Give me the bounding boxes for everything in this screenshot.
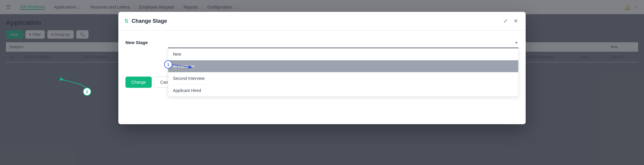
- dropdown-item-applicant-hired[interactable]: Applicant Hired: [168, 85, 518, 96]
- modal-title: Change Stage: [132, 18, 167, 24]
- new-stage-label: New Stage: [125, 38, 161, 45]
- dropdown-item-ai-interview[interactable]: AI Interview: [168, 60, 518, 72]
- form-row: New Stage ▾ New AI Interview Second Inte…: [125, 38, 519, 48]
- stage-icon: ⇅: [124, 18, 129, 24]
- stage-input[interactable]: [169, 40, 515, 45]
- dropdown-item-second-interview[interactable]: Second Interview: [168, 72, 518, 85]
- expand-button[interactable]: ⤢: [501, 17, 509, 25]
- modal-header-actions: ⤢ ✕: [501, 17, 520, 25]
- modal-header: ⇅ Change Stage ⤢ ✕: [118, 12, 526, 30]
- stage-dropdown: New AI Interview Second Interview Applic…: [168, 48, 519, 97]
- dropdown-item-new[interactable]: New: [168, 48, 518, 60]
- change-stage-modal: ⇅ Change Stage ⤢ ✕ New Stage ▾ New: [118, 12, 526, 124]
- modal-title-group: ⇅ Change Stage: [124, 18, 167, 24]
- stage-select-display[interactable]: ▾: [168, 38, 519, 48]
- chevron-down-icon: ▾: [515, 40, 517, 45]
- modal-overlay: ⇅ Change Stage ⤢ ✕ New Stage ▾ New: [0, 0, 644, 165]
- change-button[interactable]: Change: [125, 77, 152, 88]
- modal-body: New Stage ▾ New AI Interview Second Inte…: [118, 30, 526, 48]
- stage-select-wrapper[interactable]: ▾ New AI Interview Second Interview Appl…: [168, 38, 519, 48]
- close-button[interactable]: ✕: [512, 17, 520, 25]
